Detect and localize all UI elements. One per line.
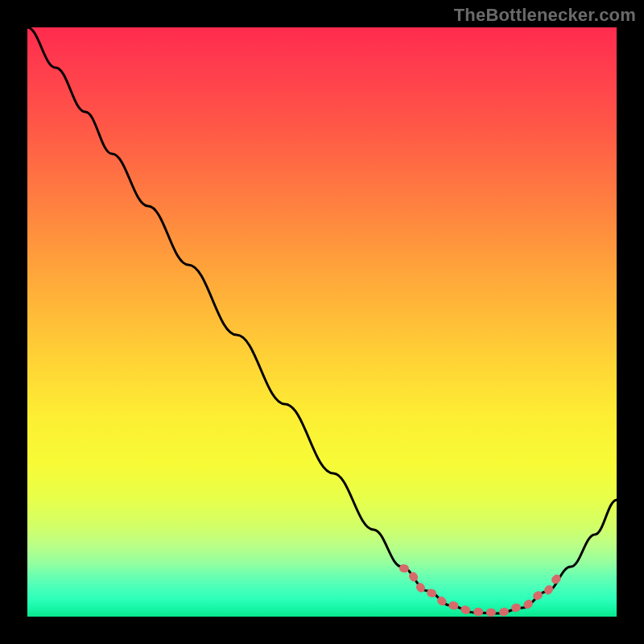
watermark-text: TheBottlenecker.com	[454, 5, 636, 26]
bottleneck-curve	[27, 27, 617, 613]
plot-area	[27, 27, 617, 617]
chart-frame: TheBottlenecker.com	[0, 0, 644, 644]
curve-layer	[27, 27, 617, 617]
